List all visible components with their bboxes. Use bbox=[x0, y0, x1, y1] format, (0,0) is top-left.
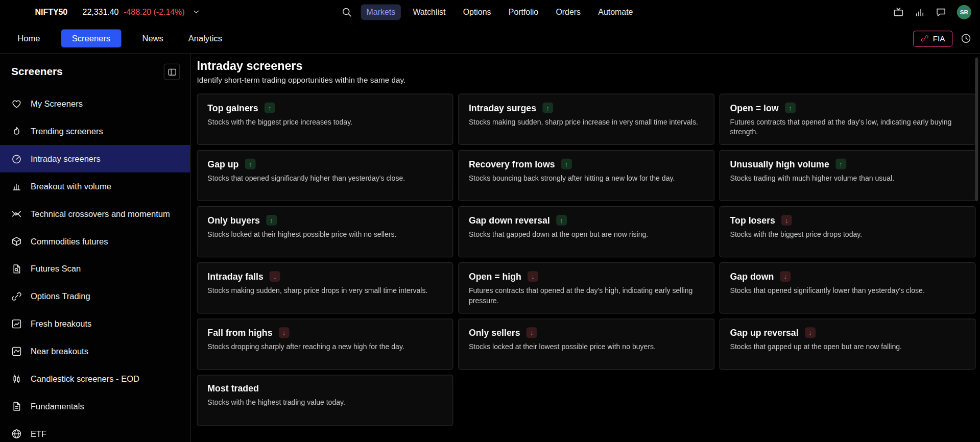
fia-button[interactable]: FIA bbox=[913, 30, 953, 46]
sidebar-item[interactable]: Technical crossovers and momentum bbox=[0, 200, 190, 228]
sidebar-item[interactable]: Trending screeners bbox=[0, 117, 190, 145]
sidebar-item[interactable]: Fresh breakouts bbox=[0, 310, 190, 337]
chevron-down-icon bbox=[192, 8, 201, 16]
trend-up-icon bbox=[11, 318, 22, 329]
sidebar-item[interactable]: ETF bbox=[0, 420, 190, 442]
top-nav-item[interactable]: Markets bbox=[361, 4, 401, 20]
screener-card[interactable]: Top losers Stocks with the biggest price… bbox=[720, 206, 976, 257]
topbar-right: SR bbox=[893, 5, 971, 19]
card-description: Futures contracts that opened at the day… bbox=[469, 286, 704, 306]
tab[interactable]: Analytics bbox=[184, 30, 226, 47]
history-button[interactable] bbox=[961, 33, 971, 44]
collapse-sidebar-icon bbox=[167, 67, 176, 77]
card-description: Stocks making sudden, sharp price increa… bbox=[469, 117, 704, 127]
card-description: Stocks locked at their highest possible … bbox=[207, 230, 442, 239]
page-tabs: HomeScreenersNewsAnalytics bbox=[14, 30, 226, 47]
collapse-sidebar-button[interactable] bbox=[164, 64, 180, 80]
sidebar-item-label: Fresh breakouts bbox=[31, 319, 91, 328]
screener-card[interactable]: Gap up reversal Stocks that gapped up at… bbox=[720, 318, 976, 370]
card-title: Gap down bbox=[730, 272, 774, 282]
sidebar-item[interactable]: My Screeners bbox=[0, 90, 190, 117]
top-nav-item[interactable]: Options bbox=[458, 4, 497, 20]
direction-badge bbox=[245, 159, 256, 169]
card-description: Stocks with the highest trading value to… bbox=[207, 398, 442, 408]
sidebar-items: My Screeners Trending screeners Intraday… bbox=[0, 90, 190, 442]
card-description: Stocks locked at their lowest possible p… bbox=[469, 342, 704, 352]
screener-card[interactable]: Gap down Stocks that opened significantl… bbox=[720, 262, 976, 313]
direction-badge bbox=[279, 327, 290, 338]
sidebar-item[interactable]: Commodities futures bbox=[0, 227, 190, 255]
top-navigation: MarketsWatchlistOptionsPortfolioOrdersAu… bbox=[342, 4, 639, 20]
sidebar-item-label: Intraday screeners bbox=[31, 154, 101, 163]
link-icon bbox=[11, 291, 22, 302]
card-title: Most traded bbox=[207, 383, 259, 394]
search-button[interactable] bbox=[342, 7, 352, 17]
cube-icon bbox=[11, 236, 22, 247]
card-title: Open = low bbox=[730, 103, 779, 113]
card-title: Gap up reversal bbox=[730, 328, 799, 338]
screener-card[interactable]: Open = low Futures contracts that opened… bbox=[720, 94, 976, 145]
sidebar-title: Screeners bbox=[11, 66, 63, 78]
direction-badge bbox=[527, 327, 537, 338]
scrollbar[interactable] bbox=[975, 58, 978, 201]
avatar[interactable]: SR bbox=[957, 5, 971, 19]
heart-icon bbox=[11, 99, 22, 109]
sidebar-item-label: Futures Scan bbox=[31, 264, 81, 273]
screener-card[interactable]: Recovery from lows Stocks bouncing back … bbox=[458, 150, 714, 201]
sidebar-item-label: Fundamentals bbox=[31, 401, 84, 410]
direction-badge bbox=[780, 271, 791, 282]
card-title: Intraday falls bbox=[207, 272, 263, 282]
screener-card[interactable]: Gap up Stocks that opened significantly … bbox=[197, 150, 453, 201]
sidebar-item[interactable]: Fundamentals bbox=[0, 392, 190, 420]
screener-card[interactable]: Open = high Futures contracts that opene… bbox=[458, 262, 714, 313]
sidebar-item[interactable]: Options Trading bbox=[0, 282, 190, 310]
sidebar-item[interactable]: Intraday screeners bbox=[0, 145, 190, 173]
card-description: Stocks bouncing back strongly after hitt… bbox=[469, 174, 704, 183]
link-icon bbox=[920, 34, 928, 42]
tv-button[interactable] bbox=[893, 7, 904, 17]
stats-button[interactable] bbox=[915, 7, 925, 17]
card-description: Stocks trading with much higher volume t… bbox=[730, 174, 965, 183]
screener-cards-grid: Top gainers Stocks with the biggest pric… bbox=[197, 94, 980, 426]
top-nav-item[interactable]: Portfolio bbox=[503, 4, 544, 20]
sidebar-item[interactable]: Futures Scan bbox=[0, 255, 190, 282]
screener-card[interactable]: Fall from highs Stocks dropping sharply … bbox=[197, 318, 453, 370]
sidebar-item-label: Near breakouts bbox=[31, 347, 88, 356]
card-description: Stocks that opened significantly lower t… bbox=[730, 286, 965, 296]
screener-card[interactable]: Intraday surges Stocks making sudden, sh… bbox=[458, 94, 714, 145]
screener-card[interactable]: Only buyers Stocks locked at their highe… bbox=[197, 206, 453, 257]
tab[interactable]: Home bbox=[14, 30, 44, 47]
screener-card[interactable]: Only sellers Stocks locked at their lowe… bbox=[458, 318, 714, 370]
page-title: Intraday screeners bbox=[197, 59, 980, 73]
screener-card[interactable]: Most traded Stocks with the highest trad… bbox=[197, 375, 453, 426]
screener-card[interactable]: Unusually high volume Stocks trading wit… bbox=[720, 150, 976, 201]
chart-wave-icon bbox=[11, 346, 22, 356]
sidebar-item[interactable]: Candlestick screeners - EOD bbox=[0, 365, 190, 392]
top-nav-item[interactable]: Orders bbox=[550, 4, 586, 20]
sidebar-item[interactable]: Breakout with volume bbox=[0, 173, 190, 200]
sidebar-item[interactable]: Near breakouts bbox=[0, 337, 190, 365]
card-title: Only sellers bbox=[469, 328, 520, 338]
chat-button[interactable] bbox=[936, 7, 946, 17]
card-description: Stocks that gapped up at the open but ar… bbox=[730, 342, 965, 352]
index-change: -488.20 (-2.14%) bbox=[124, 7, 184, 16]
screener-card[interactable]: Gap down reversal Stocks that gapped dow… bbox=[458, 206, 714, 257]
tab[interactable]: Screeners bbox=[61, 30, 121, 47]
sidebar-item-label: Options Trading bbox=[31, 291, 90, 301]
screener-card[interactable]: Top gainers Stocks with the biggest pric… bbox=[197, 94, 453, 145]
index-selector[interactable]: NIFTY50 22,331.40 -488.20 (-2.14%) bbox=[35, 7, 201, 16]
topbar: NIFTY50 22,331.40 -488.20 (-2.14%) Marke… bbox=[0, 0, 980, 24]
direction-badge bbox=[561, 159, 572, 169]
direction-badge bbox=[835, 159, 846, 169]
card-description: Stocks that gapped down at the open but … bbox=[469, 230, 704, 239]
direction-badge bbox=[266, 215, 277, 226]
top-nav-item[interactable]: Automate bbox=[592, 4, 638, 20]
chat-icon bbox=[936, 7, 946, 17]
volume-bars-icon bbox=[11, 181, 22, 191]
top-nav-item[interactable]: Watchlist bbox=[407, 4, 451, 20]
screener-card[interactable]: Intraday falls Stocks making sudden, sha… bbox=[197, 262, 453, 313]
tab[interactable]: News bbox=[138, 30, 167, 47]
gauge-icon bbox=[11, 153, 22, 164]
fyers-logo[interactable] bbox=[9, 5, 23, 19]
card-title: Top gainers bbox=[207, 103, 258, 113]
